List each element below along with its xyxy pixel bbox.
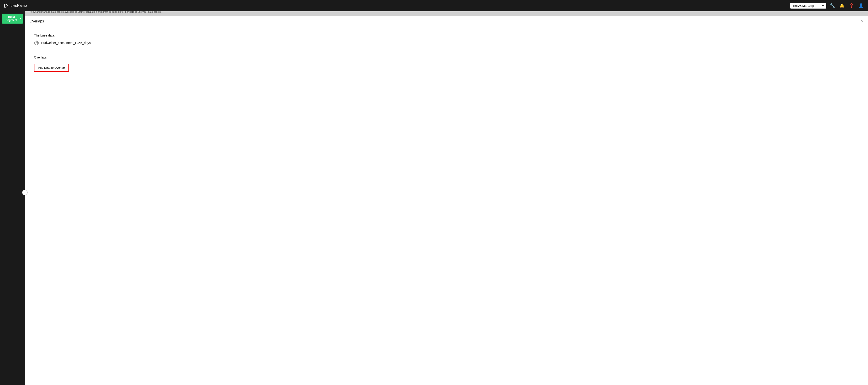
section-divider bbox=[34, 50, 434, 50]
pie-chart-icon bbox=[34, 40, 39, 46]
overlaps-panel-header: Overlaps × bbox=[25, 16, 434, 27]
dropdown-arrow-icon: ▾ bbox=[20, 18, 21, 20]
logo: LiveRamp bbox=[4, 3, 29, 8]
toggle-icon: ‹ bbox=[25, 191, 25, 193]
overlaps-panel-title: Overlaps bbox=[29, 19, 44, 23]
build-segment-label: Build Segment bbox=[4, 16, 19, 22]
overlaps-panel-body: The base data: Budweiser_consumers_L365_… bbox=[25, 27, 434, 79]
main-content: Overlaps × The base data: Budweiser_cons… bbox=[25, 16, 434, 192]
liveramp-logo-icon bbox=[4, 3, 9, 8]
logo-text: LiveRamp bbox=[10, 4, 27, 8]
sidebar: Build Segment ▾ ‹ bbox=[0, 0, 25, 192]
build-segment-button[interactable]: Build Segment ▾ bbox=[2, 13, 23, 24]
overlaps-section-label: Overlaps: bbox=[34, 56, 434, 59]
add-data-to-overlap-button[interactable]: Add Data to Overlap bbox=[34, 64, 69, 72]
base-data-item: Budweiser_consumers_L365_days bbox=[34, 40, 434, 46]
overlaps-panel: Overlaps × The base data: Budweiser_cons… bbox=[25, 16, 434, 79]
base-data-label: The base data: bbox=[34, 34, 434, 37]
top-nav: LiveRamp The ACME Corp ▾ 🔧 🔔 ❓ 👤 bbox=[0, 0, 434, 11]
base-data-name: Budweiser_consumers_L365_days bbox=[41, 41, 91, 45]
